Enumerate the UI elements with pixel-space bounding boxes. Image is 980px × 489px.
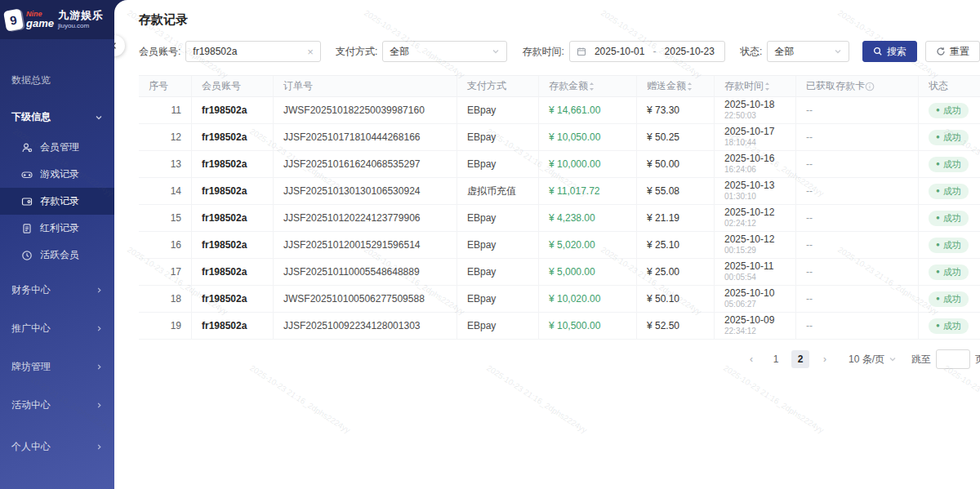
col-method: 支付方式 xyxy=(457,76,539,96)
row-bonus-amount: ¥ 73.30 xyxy=(637,97,715,123)
table-row[interactable]: 16 fr198502a JJSF202510120015291596514 E… xyxy=(139,232,980,259)
row-date: 2025-10-12 xyxy=(724,207,774,219)
sidebar-group-downline[interactable]: 下级信息 xyxy=(0,100,114,134)
filter-bar: 会员账号: × 支付方式: 全部 存款时间: 2025-10-01 - 2025… xyxy=(139,41,980,62)
status-badge: ● 成功 xyxy=(929,318,969,334)
row-payment-method: EBpay xyxy=(457,313,539,339)
page-size-select[interactable]: 10 条/页 xyxy=(849,353,897,367)
date-separator: - xyxy=(653,46,656,57)
time-filter-label: 存款时间: xyxy=(522,45,564,59)
status-dot-icon: ● xyxy=(936,322,940,329)
sort-icon[interactable] xyxy=(686,82,693,91)
col-status: 状态 xyxy=(919,76,980,96)
clear-icon[interactable]: × xyxy=(307,46,314,58)
row-account: fr198502a xyxy=(192,313,274,339)
prev-page-button[interactable]: ‹ xyxy=(742,350,760,368)
page-button-2[interactable]: 2 xyxy=(791,350,809,368)
row-deposit-time: 2025-10-17 18:10:44 xyxy=(715,124,796,150)
row-payment-method: EBpay xyxy=(457,259,539,285)
sort-icon[interactable] xyxy=(764,82,771,91)
brand-logo[interactable]: 9 Nine game 九游娱乐 jiuyou.com xyxy=(0,0,114,39)
row-status-cell: ● 成功 xyxy=(919,286,980,312)
row-deposit-card: -- xyxy=(796,286,919,312)
row-deposit-time: 2025-10-12 02:24:12 xyxy=(715,205,796,231)
status-dot-icon: ● xyxy=(936,161,940,167)
sidebar-collapse-button[interactable] xyxy=(114,35,125,56)
date-start: 2025-10-01 xyxy=(591,46,648,57)
table-row[interactable]: 18 fr198502a JWSF202510100506277509588 E… xyxy=(139,286,980,313)
status-badge: ● 成功 xyxy=(929,103,969,118)
calendar-icon xyxy=(577,47,586,56)
col-amount[interactable]: 存款金额 xyxy=(539,76,637,96)
sidebar-menu: 数据总览 下级信息 会员管理 游戏记录 xyxy=(0,39,114,464)
table-body: 11 fr198502a JWSF202510182250039987160 E… xyxy=(139,97,980,340)
sidebar-item-deposit-records[interactable]: 存款记录 xyxy=(0,188,114,215)
page-button-1[interactable]: 1 xyxy=(767,350,785,368)
gamepad-icon xyxy=(21,169,33,180)
table-row[interactable]: 19 fr198502a JJSF202510092234128001303 E… xyxy=(139,313,980,340)
row-order-number: JJSF202510120015291596514 xyxy=(274,232,457,258)
reset-button[interactable]: 重置 xyxy=(925,41,980,62)
row-order-number: JJSF202510110005548648889 xyxy=(274,259,457,285)
status-filter-label: 状态: xyxy=(740,45,762,59)
row-index: 19 xyxy=(139,313,192,339)
sidebar-section-promotion[interactable]: 推广中心 xyxy=(0,312,114,345)
row-order-number: JJSF202510120224123779906 xyxy=(274,205,457,231)
row-deposit-amount: ¥ 10,000.00 xyxy=(539,151,637,177)
sidebar-item-bonus-records[interactable]: 红利记录 xyxy=(0,215,114,242)
row-bonus-amount: ¥ 25.10 xyxy=(637,232,715,258)
col-time[interactable]: 存款时间 xyxy=(715,76,796,96)
sidebar-section-finance[interactable]: 财务中心 xyxy=(0,273,114,307)
row-clock: 00:15:29 xyxy=(724,246,756,256)
date-range-picker[interactable]: 2025-10-01 - 2025-10-23 xyxy=(569,41,725,62)
info-icon[interactable] xyxy=(865,82,875,91)
row-account: fr198502a xyxy=(192,124,274,150)
row-clock: 00:05:54 xyxy=(724,273,756,283)
sidebar-item-overview[interactable]: 数据总览 xyxy=(0,65,114,96)
row-index: 15 xyxy=(139,205,192,231)
jump-input[interactable] xyxy=(936,349,970,369)
col-order: 订单号 xyxy=(274,76,457,96)
next-page-button[interactable]: › xyxy=(816,350,834,368)
sidebar-section-personal[interactable]: 个人中心 xyxy=(0,430,114,464)
status-dot-icon: ● xyxy=(936,296,940,302)
sidebar-item-label: 红利记录 xyxy=(40,221,79,235)
search-button[interactable]: 搜索 xyxy=(862,41,917,62)
brand-domain: jiuyou.com xyxy=(58,22,104,29)
table-row[interactable]: 14 fr198502a JJSF202510130130106530924 虚… xyxy=(139,178,980,205)
row-order-number: JWSF202510100506277509588 xyxy=(274,286,457,312)
sidebar-section-label: 牌坊管理 xyxy=(11,360,51,374)
row-deposit-time: 2025-10-16 16:24:06 xyxy=(715,151,796,177)
row-deposit-time: 2025-10-18 22:50:03 xyxy=(715,97,796,123)
table-row[interactable]: 17 fr198502a JJSF202510110005548648889 E… xyxy=(139,259,980,286)
sidebar-section-activity[interactable]: 活动中心 xyxy=(0,389,114,422)
clock-icon xyxy=(21,250,33,261)
row-account: fr198502a xyxy=(192,151,274,177)
table-row[interactable]: 15 fr198502a JJSF202510120224123779906 E… xyxy=(139,205,980,232)
col-bonus[interactable]: 赠送金额 xyxy=(637,76,715,96)
sort-icon[interactable] xyxy=(588,82,595,91)
row-deposit-amount: ¥ 5,020.00 xyxy=(539,232,637,258)
account-input[interactable] xyxy=(193,46,307,57)
table-row[interactable]: 11 fr198502a JWSF202510182250039987160 E… xyxy=(139,97,980,124)
table-row[interactable]: 12 fr198502a JJSF202510171810444268166 E… xyxy=(139,124,980,151)
row-index: 17 xyxy=(139,259,192,285)
sidebar-item-active-members[interactable]: 活跃会员 xyxy=(0,242,114,269)
sidebar-section-plaque[interactable]: 牌坊管理 xyxy=(0,350,114,384)
row-date: 2025-10-13 xyxy=(724,180,774,192)
status-badge: ● 成功 xyxy=(929,157,969,172)
row-status-cell: ● 成功 xyxy=(919,313,980,339)
row-bonus-amount: ¥ 50.10 xyxy=(637,286,715,312)
account-input-wrapper: × xyxy=(185,41,321,62)
sidebar-item-member-management[interactable]: 会员管理 xyxy=(0,134,114,161)
status-select[interactable]: 全部 xyxy=(767,41,849,62)
method-select[interactable]: 全部 xyxy=(382,41,507,62)
row-account: fr198502a xyxy=(192,97,274,123)
page-size-value: 10 条/页 xyxy=(849,353,884,367)
row-deposit-amount: ¥ 10,050.00 xyxy=(539,124,637,150)
sidebar-item-game-records[interactable]: 游戏记录 xyxy=(0,161,114,188)
row-order-number: JJSF202510171810444268166 xyxy=(274,124,457,150)
refresh-icon xyxy=(936,47,946,56)
table-row[interactable]: 13 fr198502a JJSF202510161624068535297 E… xyxy=(139,151,980,178)
sidebar-section-label: 推广中心 xyxy=(11,322,51,336)
